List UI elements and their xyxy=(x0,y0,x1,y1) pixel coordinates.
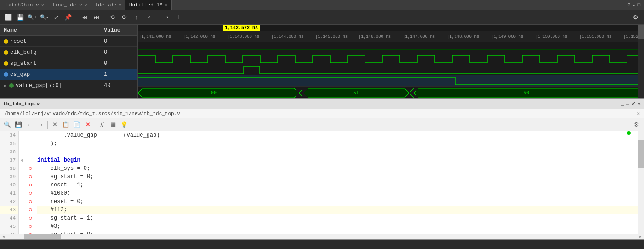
toolbar-prev-start-btn[interactable]: ⏮ xyxy=(79,12,90,23)
signal-row-clk-bufg[interactable]: clk_bufg 0 xyxy=(0,47,137,58)
tab-help-area: ? - □ xyxy=(627,2,644,8)
code-vscrollbar-thumb[interactable] xyxy=(638,140,644,168)
marker-40[interactable]: ○ xyxy=(26,181,35,189)
signal-value-cs-gap: 1 xyxy=(101,71,137,78)
code-line-43: #113; xyxy=(37,206,638,214)
wave-scrollbar-thumb[interactable] xyxy=(638,25,644,39)
signal-row-reset[interactable]: reset 0 xyxy=(0,36,137,47)
help-question-icon[interactable]: ? xyxy=(627,2,631,8)
marker-43[interactable]: ○ xyxy=(26,206,35,214)
code-cut-btn[interactable]: ✕ xyxy=(50,120,60,130)
code-back-btn[interactable]: ← xyxy=(24,120,34,130)
ruler-tick-1: |1,142.000 ns xyxy=(183,35,215,39)
tab-tdc-xdc[interactable]: tdc.xdc ✕ xyxy=(91,0,125,10)
marker-36 xyxy=(26,148,35,156)
toggle-37[interactable]: ⊖ xyxy=(19,156,26,164)
toolbar-right-btn[interactable]: ⟶ xyxy=(159,12,170,23)
tab-tdc-xdc-close[interactable]: ✕ xyxy=(119,2,121,8)
toolbar-redo-btn[interactable]: ⟳ xyxy=(119,12,130,23)
code-lines-area[interactable]: .value_gap (value_gap) ); initial begin … xyxy=(35,131,638,234)
code-panel-filepath: /home/lcl/Prj/Vivado/tdc/tdc_t.srcs/sim_… xyxy=(0,109,644,118)
signal-name-value-gap: ▶ value_gap[7:0] xyxy=(0,82,101,89)
toolbar-end-btn[interactable]: ⊣ xyxy=(171,12,182,23)
toggle-42 xyxy=(19,197,26,206)
code-format-btn[interactable]: ▦ xyxy=(108,120,118,130)
code-toolbar-gear-btn[interactable]: ⚙ xyxy=(632,120,642,130)
toolbar-next-end-btn[interactable]: ⏭ xyxy=(91,12,102,23)
toolbar-pin-btn[interactable]: 📌 xyxy=(63,12,74,23)
tab-untitled1-label: Untitled 1* xyxy=(129,2,163,8)
toolbar-undo-btn[interactable]: ⟲ xyxy=(107,12,118,23)
wave-channel-value-gap: 00 5f 60 xyxy=(138,87,644,98)
toolbar-new-btn[interactable]: ⬜ xyxy=(3,12,14,23)
toolbar-sep1 xyxy=(76,13,76,22)
code-panel: tb_tdc_top.v _ □ ⤢ ✕ /home/lcl/Prj/Vivad… xyxy=(0,98,644,240)
line-num-43: 43 xyxy=(0,206,18,214)
tab-line-tdc-close[interactable]: ✕ xyxy=(85,2,87,8)
code-delete-btn[interactable]: ✕ xyxy=(83,120,93,130)
marker-44[interactable]: ○ xyxy=(26,214,35,222)
code-line-40: reset = 1; xyxy=(37,181,638,189)
code-vertical-scrollbar[interactable] xyxy=(638,131,644,234)
toggle-39 xyxy=(19,173,26,181)
tab-line-tdc[interactable]: line_tdc.v ✕ xyxy=(48,0,91,10)
toolbar-gear-btn[interactable]: ⚙ xyxy=(630,12,641,23)
toolbar-left-btn[interactable]: ⟵ xyxy=(147,12,158,23)
toolbar-fit-btn[interactable]: ⤢ xyxy=(51,12,62,23)
tab-untitled1-close[interactable]: ✕ xyxy=(165,2,168,8)
tab-latch2bin[interactable]: latch2bin.v ✕ xyxy=(2,0,48,10)
signal-name-clk-bufg: clk_bufg xyxy=(0,49,101,56)
toolbar-up-btn[interactable]: ↑ xyxy=(131,12,142,23)
hscroll-left-arrow[interactable]: ◀ xyxy=(0,234,6,240)
help-maximize-icon[interactable]: □ xyxy=(637,2,640,8)
tab-untitled1[interactable]: Untitled 1* ✕ xyxy=(125,0,172,10)
code-comment-btn[interactable]: // xyxy=(97,120,107,130)
wave-vertical-scrollbar[interactable] xyxy=(638,25,644,98)
code-hint-btn[interactable]: 💡 xyxy=(119,120,129,130)
toolbar-zoom-out-btn[interactable]: 🔍- xyxy=(39,12,50,23)
code-panel-close-btn[interactable]: ✕ xyxy=(638,100,641,107)
code-panel-maximize-btn[interactable]: ⤢ xyxy=(631,100,636,107)
signal-row-value-gap[interactable]: ▶ value_gap[7:0] 40 xyxy=(0,80,137,91)
marker-34 xyxy=(26,131,35,139)
code-panel-minimize-btn[interactable]: _ xyxy=(621,100,624,107)
code-paste-btn[interactable]: 📄 xyxy=(72,120,82,130)
marker-42[interactable]: ○ xyxy=(26,197,35,206)
marker-38[interactable]: ○ xyxy=(26,164,35,173)
code-save-btn[interactable]: 💾 xyxy=(13,120,23,130)
code-forward-btn[interactable]: → xyxy=(35,120,46,130)
marker-46[interactable]: ○ xyxy=(26,231,35,234)
waveform-display[interactable]: 1,142.572 ns |1,141.000 ns |1,142.000 ns… xyxy=(138,25,644,98)
toolbar-save-btn[interactable]: 💾 xyxy=(15,12,26,23)
tab-bar: latch2bin.v ✕ line_tdc.v ✕ tdc.xdc ✕ Unt… xyxy=(0,0,644,10)
signal-value-sg-start: 0 xyxy=(101,60,137,67)
code-panel-filepath-close[interactable]: ✕ xyxy=(637,110,640,116)
marker-41[interactable]: ○ xyxy=(26,189,35,197)
code-panel-restore-btn[interactable]: □ xyxy=(626,100,629,107)
tab-latch2bin-close[interactable]: ✕ xyxy=(41,2,44,8)
ruler-tick-0: |1,141.000 ns xyxy=(139,35,171,39)
code-search-btn[interactable]: 🔍 xyxy=(2,120,12,130)
expand-icon-value-gap[interactable]: ▶ xyxy=(4,83,6,88)
code-hscrollbar-thumb[interactable] xyxy=(24,234,61,239)
svg-text:5f: 5f xyxy=(353,90,359,95)
time-marker: 1,142.572 ns xyxy=(223,25,260,31)
toggle-35 xyxy=(19,139,26,148)
code-copy-btn[interactable]: 📋 xyxy=(61,120,71,130)
code-panel-win-buttons: _ □ ⤢ ✕ xyxy=(621,100,641,107)
code-line-42: reset = 0; xyxy=(37,197,638,206)
hscroll-right-arrow[interactable]: ▶ xyxy=(638,234,644,240)
code-horizontal-scrollbar[interactable]: ◀ ▶ xyxy=(0,234,644,239)
tab-latch2bin-label: latch2bin.v xyxy=(6,2,39,8)
help-dash-icon[interactable]: - xyxy=(633,2,636,8)
signal-row-sg-start[interactable]: sg_start 0 xyxy=(0,58,137,69)
toggle-34 xyxy=(19,131,26,139)
signal-icon-reset xyxy=(4,39,8,44)
line-num-35: 35 xyxy=(0,139,18,148)
line-numbers: 34 35 36 37 38 39 40 41 42 43 44 45 46 4… xyxy=(0,131,19,234)
marker-39[interactable]: ○ xyxy=(26,173,35,181)
toolbar-zoom-in-btn[interactable]: 🔍+ xyxy=(27,12,38,23)
line-num-36: 36 xyxy=(0,148,18,156)
marker-45[interactable]: ○ xyxy=(26,222,35,231)
signal-row-cs-gap[interactable]: cs_gap 1 xyxy=(0,69,137,80)
